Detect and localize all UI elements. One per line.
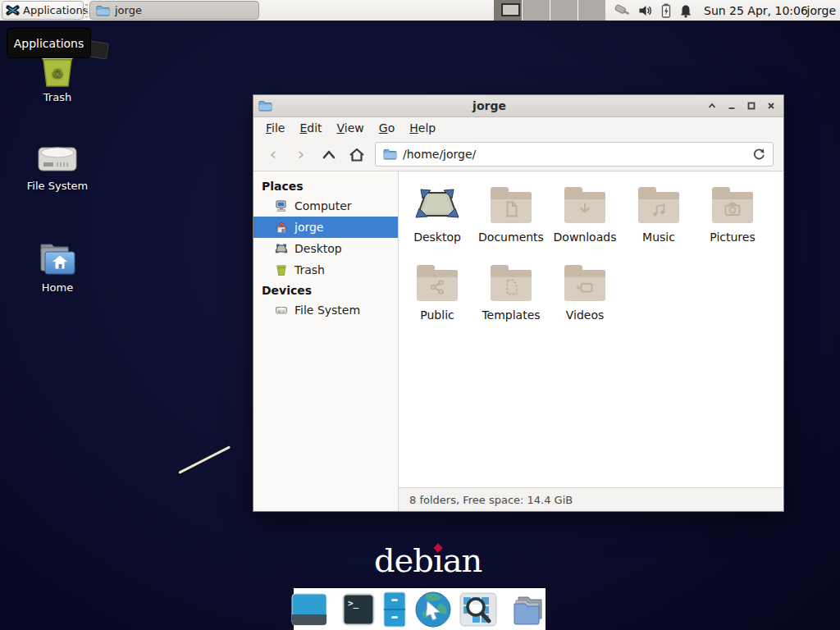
- sidebar-item-jorge[interactable]: jorge: [253, 217, 398, 238]
- file-item-desktop[interactable]: Desktop: [400, 181, 474, 259]
- sidebar-item-trash[interactable]: Trash: [253, 259, 398, 281]
- folder-icon-share: [417, 270, 458, 301]
- file-item-videos[interactable]: Videos: [548, 259, 622, 337]
- file-item-music[interactable]: Music: [622, 181, 696, 259]
- back-button[interactable]: ‹: [263, 145, 283, 163]
- window-folder-icon: [258, 100, 272, 112]
- up-button[interactable]: [319, 148, 339, 161]
- taskbar-window-button[interactable]: jorge: [89, 1, 259, 20]
- desktop-icon-home[interactable]: Home: [11, 240, 103, 294]
- desktop-special-icon: [413, 187, 461, 223]
- tooltip-text: Applications: [14, 37, 84, 50]
- minimize-button[interactable]: [726, 101, 737, 112]
- menu-help[interactable]: Help: [402, 119, 443, 137]
- computer-icon: [275, 199, 288, 212]
- menu-view[interactable]: View: [330, 119, 372, 137]
- file-label: Videos: [566, 308, 605, 322]
- wordmark-post: an: [443, 541, 482, 579]
- home-icon: [275, 221, 288, 234]
- desktop-icon-label: File System: [27, 180, 88, 192]
- menu-file[interactable]: File: [258, 119, 292, 137]
- devices-header: Devices: [253, 281, 398, 299]
- folder-icon-document: [491, 192, 532, 223]
- side-pane: Places Computer jorge Desktop Trash Devi…: [253, 171, 399, 511]
- dock: >_: [294, 588, 546, 630]
- sidebar-item-file-system[interactable]: File System: [253, 299, 398, 321]
- file-item-pictures[interactable]: Pictures: [696, 181, 769, 259]
- trash-icon: ♻: [38, 54, 77, 87]
- desktop-icon-label: Home: [42, 281, 73, 294]
- taskbar-window-label: jorge: [115, 4, 142, 16]
- application-finder-launcher[interactable]: [459, 592, 497, 627]
- sidebar-item-desktop[interactable]: Desktop: [253, 238, 398, 259]
- close-button[interactable]: [765, 101, 776, 112]
- volume-icon[interactable]: [638, 4, 653, 17]
- file-label: Documents: [478, 231, 544, 244]
- debian-wordmark: debıan: [374, 541, 482, 579]
- file-view[interactable]: Desktop Documents Downloads: [399, 171, 783, 487]
- folder-icon-template: [491, 270, 532, 301]
- maximize-button[interactable]: [746, 101, 756, 112]
- folder-icon-music: [638, 192, 679, 223]
- desktop-icon: [275, 242, 288, 255]
- sidebar-item-label: jorge: [294, 221, 323, 234]
- menubar: File Edit View Go Help: [253, 117, 783, 138]
- file-item-downloads[interactable]: Downloads: [548, 181, 622, 259]
- workspace-2[interactable]: [522, 0, 550, 21]
- applications-menu-label: Applications: [23, 4, 88, 16]
- svg-text:>_: >_: [348, 598, 359, 609]
- web-browser-launcher[interactable]: [414, 591, 452, 628]
- notifications-bell-icon[interactable]: [679, 4, 692, 18]
- folder-icon: [96, 5, 110, 16]
- sidebar-item-computer[interactable]: Computer: [253, 195, 398, 217]
- location-bar[interactable]: /home/jorge/: [375, 142, 774, 167]
- wordmark-pre: deb: [374, 541, 433, 579]
- home-folder-icon: [35, 240, 80, 277]
- file-item-public[interactable]: Public: [400, 259, 474, 337]
- toolbar: ‹ › /home/jorge/: [253, 138, 783, 171]
- panel-handle[interactable]: [85, 4, 88, 17]
- show-desktop-button[interactable]: [291, 593, 327, 626]
- file-manager-window: jorge File Edit View Go Help ‹ › /home/j…: [253, 94, 784, 512]
- desktop-icon-trash[interactable]: ♻ Trash: [11, 54, 103, 103]
- file-manager-launcher[interactable]: [382, 591, 407, 628]
- panel-clock[interactable]: Sun 25 Apr, 10:06: [704, 0, 808, 21]
- terminal-launcher[interactable]: >_: [342, 593, 375, 626]
- workspace-1[interactable]: [494, 0, 522, 21]
- file-label: Desktop: [413, 231, 461, 244]
- directory-menu-button[interactable]: [512, 593, 548, 626]
- forward-button[interactable]: ›: [291, 145, 311, 163]
- input-tablet-icon[interactable]: [614, 3, 631, 18]
- reload-icon[interactable]: [752, 148, 765, 161]
- panel-username[interactable]: jorge: [807, 0, 836, 21]
- battery-icon[interactable]: [660, 3, 672, 18]
- home-button[interactable]: [347, 147, 367, 162]
- hard-drive-icon: [34, 141, 80, 176]
- sidebar-item-label: File System: [294, 304, 360, 317]
- file-item-documents[interactable]: Documents: [474, 181, 548, 259]
- stylus-stroke: [178, 445, 231, 473]
- svg-text:♻: ♻: [52, 66, 63, 81]
- places-header: Places: [253, 176, 398, 195]
- sidebar-item-label: Desktop: [294, 242, 342, 255]
- file-label: Templates: [482, 308, 540, 322]
- applications-menu-button[interactable]: Applications: [2, 1, 84, 20]
- trash-icon: [275, 263, 288, 276]
- file-label: Pictures: [710, 231, 755, 244]
- sidebar-item-label: Computer: [294, 199, 352, 212]
- window-title: jorge: [272, 99, 706, 112]
- system-tray: [614, 0, 692, 21]
- window-titlebar[interactable]: jorge: [253, 95, 783, 117]
- file-label: Music: [642, 231, 675, 244]
- workspace-switcher[interactable]: [494, 0, 605, 21]
- file-item-templates[interactable]: Templates: [474, 259, 548, 337]
- menu-edit[interactable]: Edit: [292, 119, 329, 137]
- path-text[interactable]: /home/jorge/: [403, 148, 476, 161]
- menu-go[interactable]: Go: [372, 119, 402, 137]
- shade-button[interactable]: [706, 101, 717, 112]
- file-label: Public: [420, 308, 454, 322]
- desktop-icon-file-system[interactable]: File System: [11, 141, 103, 192]
- workspace-3[interactable]: [550, 0, 578, 21]
- workspace-4[interactable]: [578, 0, 605, 21]
- xfce-logo-icon: [6, 3, 20, 17]
